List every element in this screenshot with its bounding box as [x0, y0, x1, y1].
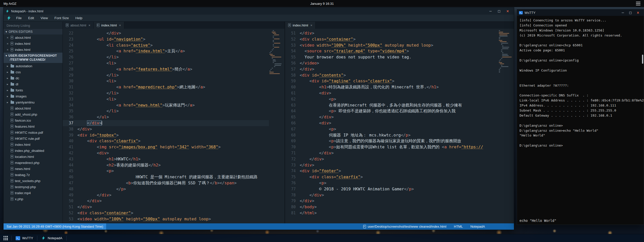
tree-file[interactable]: location.html — [4, 154, 63, 160]
line-number: 45 — [63, 168, 77, 174]
open-editors-header[interactable]: ▾ OPEN EDITORS — [4, 29, 63, 34]
line-content: <a href="features.html">簡介</a> — [77, 67, 192, 72]
tree-file[interactable]: news.html — [4, 166, 63, 172]
open-editor-item[interactable]: ×index.html — [4, 41, 63, 47]
tab-index.html[interactable]: index.html× — [285, 22, 316, 29]
tree-file[interactable]: about.html — [4, 105, 63, 111]
notepada-titlebar[interactable]: NotepadA - index.html – □ × — [4, 8, 514, 15]
code-line: 49 </div> — [63, 192, 269, 198]
line-content: <div id="tagline" class="clearfix"> — [300, 79, 394, 83]
line-number: 61 — [285, 90, 300, 96]
tree-folder[interactable]: ▸fonts — [4, 87, 63, 93]
terminal-scrollbar[interactable] — [642, 55, 643, 64]
close-tab-icon[interactable]: × — [119, 23, 121, 27]
tree-file[interactable]: HKWTC notice.pdf — [4, 129, 63, 135]
hamburger-menu-icon[interactable] — [636, 2, 640, 5]
code-editor-right[interactable]: 51</div>52<div class="container">53<vide… — [285, 29, 514, 223]
minimap-line — [501, 51, 502, 52]
menu-view[interactable]: View — [37, 16, 51, 20]
minimize-button[interactable]: – — [486, 8, 495, 15]
code-line: 42 <div> — [63, 150, 269, 156]
open-editor-item[interactable]: ×about.html — [4, 34, 63, 41]
code-editor-left[interactable]: 22 </div>23 <ul id="navigation">24 <li c… — [63, 29, 285, 223]
tree-folder[interactable]: ▸css — [4, 69, 63, 75]
open-editors-label: OPEN EDITORS — [9, 30, 33, 33]
menu-file[interactable]: File — [13, 16, 25, 20]
tree-file[interactable]: test_sockets.php — [4, 178, 63, 184]
tree-file[interactable]: add_vhost.php — [4, 111, 63, 117]
tree-file[interactable]: index.html — [4, 142, 63, 148]
code-line: 44 <h2>香港的建築伺服器</h2> — [63, 162, 269, 168]
menu-font-size[interactable]: Font Size — [51, 16, 72, 20]
file-label: x.php — [15, 197, 23, 201]
chevron-right-icon: ▸ — [6, 101, 9, 104]
tree-folder[interactable]: ▸dl — [4, 81, 63, 87]
file-icon — [97, 23, 100, 27]
tab-about.html[interactable]: about.html× — [63, 22, 94, 29]
file-icon — [11, 179, 13, 183]
wstty-titlebar[interactable]: >_ WsTTY – □ × — [517, 9, 644, 16]
terminal-output[interactable]: echo "Hello World" [info] Conencting to … — [517, 16, 644, 225]
terminal-line: D:\golang\aroz online>ipconfig — [519, 58, 644, 63]
close-tab-icon[interactable]: × — [88, 23, 90, 27]
workspace-root-folder[interactable]: ▾USER:/DESKTOP/SCREENSHOT /TEST/WWW CLEA… — [4, 53, 63, 63]
maximize-button[interactable]: □ — [627, 9, 634, 16]
tree-file[interactable]: mapredirect.php — [4, 160, 63, 166]
taskbar-item-notepada[interactable]: NotepadA — [37, 234, 66, 242]
terminal-line: Subnet Mask . . . . . . . . . . . : 255.… — [519, 108, 644, 113]
code-line: 68 伺服器 IP 地址為： mcs.hkwtc.org</p> — [285, 132, 498, 138]
folder-label: css — [16, 70, 21, 74]
tree-file[interactable]: features.html — [4, 123, 63, 129]
minimap-right[interactable] — [499, 30, 513, 73]
status-app-name[interactable]: NotepadA — [470, 225, 485, 228]
tree-file[interactable]: trailer.mp4 — [4, 190, 63, 196]
close-editor-icon[interactable]: × — [6, 48, 9, 52]
terminal-line: D:\golang\aroz online> — [519, 143, 644, 148]
status-datetime[interactable]: Sat Jan 09 2021 16:29:49 GMT+0800 (Hong … — [4, 223, 106, 230]
tree-file[interactable]: favicon.ico — [4, 117, 63, 123]
taskbar-item-wstty[interactable]: >_ WsTTY — [12, 234, 37, 242]
code-line: 56</video> — [285, 60, 498, 66]
code-line: 81</html> — [285, 210, 498, 216]
tree-folder[interactable]: ▸images — [4, 93, 63, 99]
menu-help[interactable]: Help — [72, 16, 86, 20]
folder-icon — [11, 77, 14, 80]
line-content: </div> — [300, 163, 314, 167]
maximize-button[interactable]: □ — [495, 8, 503, 15]
file-icon — [11, 113, 13, 116]
close-button[interactable]: × — [634, 9, 642, 16]
tree-file[interactable]: testmysql.php — [4, 184, 63, 190]
terminal-line — [519, 88, 644, 93]
tree-file[interactable]: x.php — [4, 196, 63, 202]
tab-index.html[interactable]: index.html× — [94, 22, 124, 29]
system-hostname[interactable]: My ArOZ — [0, 2, 16, 6]
code-line: 34 <a href="news.html">玩家傳送門</a> — [63, 102, 269, 108]
minimap-left[interactable] — [269, 30, 284, 75]
tree-folder[interactable]: ▸autostation — [4, 63, 63, 69]
status-language[interactable]: HTML — [454, 225, 463, 228]
line-number: 39 — [63, 132, 77, 139]
terminal-input-line[interactable]: echo "Hello World" — [519, 219, 556, 223]
tree-file[interactable]: index.php_disabled — [4, 148, 63, 154]
close-editor-icon[interactable]: × — [6, 42, 9, 46]
menu-edit[interactable]: Edit — [25, 16, 37, 20]
app-launcher-icon[interactable] — [4, 236, 8, 240]
line-number: 35 — [63, 108, 77, 114]
close-tab-icon[interactable]: × — [311, 23, 313, 27]
code-line: 50 </div> — [63, 198, 269, 204]
minimize-button[interactable]: – — [619, 9, 627, 16]
folder-label: fonts — [16, 88, 23, 92]
tree-file[interactable]: HKWTC rule.pdf — [4, 135, 63, 142]
line-content: <div id="contents"> — [300, 73, 346, 78]
code-line: 72 </div> — [285, 156, 498, 162]
tree-file[interactable]: teabag.7z — [4, 172, 63, 178]
tree-folder[interactable]: ▸yamlyamlinu — [4, 99, 63, 105]
open-editor-item[interactable]: ×index.html — [4, 47, 63, 53]
close-editor-icon[interactable]: × — [6, 36, 9, 40]
close-button[interactable]: × — [503, 8, 512, 15]
tree-folder[interactable]: ▸dc — [4, 75, 63, 81]
file-icon — [11, 185, 13, 189]
minimap-line — [499, 37, 500, 38]
status-filepath-segment[interactable]: user/Desktop/screenshot/test/www cleaned… — [363, 225, 446, 228]
line-number: 71 — [285, 150, 300, 156]
